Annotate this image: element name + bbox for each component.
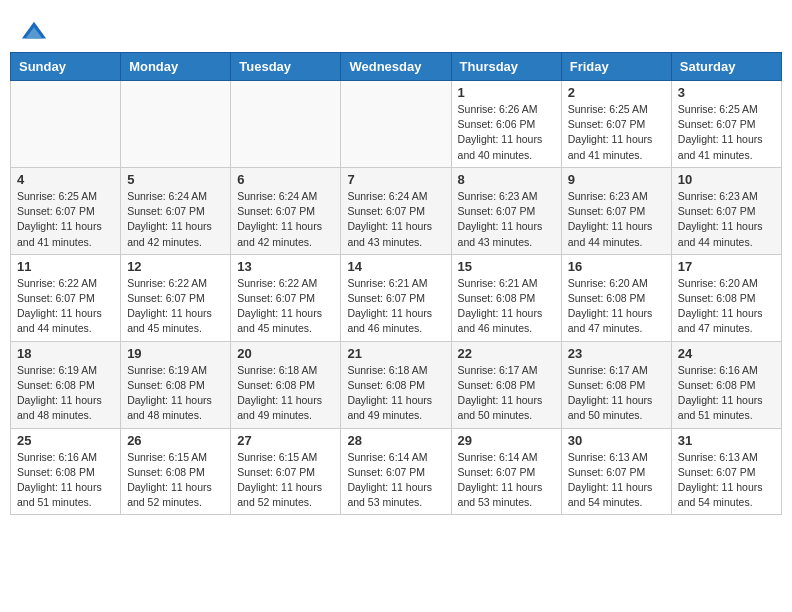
day-number: 7	[347, 172, 444, 187]
day-number: 20	[237, 346, 334, 361]
day-number: 28	[347, 433, 444, 448]
calendar-cell	[11, 81, 121, 168]
day-number: 6	[237, 172, 334, 187]
day-number: 15	[458, 259, 555, 274]
day-detail: Sunrise: 6:18 AMSunset: 6:08 PMDaylight:…	[237, 363, 334, 424]
day-detail: Sunrise: 6:24 AMSunset: 6:07 PMDaylight:…	[127, 189, 224, 250]
calendar-cell: 24Sunrise: 6:16 AMSunset: 6:08 PMDayligh…	[671, 341, 781, 428]
calendar-week-row: 4Sunrise: 6:25 AMSunset: 6:07 PMDaylight…	[11, 167, 782, 254]
calendar-week-row: 18Sunrise: 6:19 AMSunset: 6:08 PMDayligh…	[11, 341, 782, 428]
day-detail: Sunrise: 6:20 AMSunset: 6:08 PMDaylight:…	[678, 276, 775, 337]
calendar-cell: 18Sunrise: 6:19 AMSunset: 6:08 PMDayligh…	[11, 341, 121, 428]
calendar-cell: 26Sunrise: 6:15 AMSunset: 6:08 PMDayligh…	[121, 428, 231, 515]
weekday-header-sunday: Sunday	[11, 53, 121, 81]
day-detail: Sunrise: 6:22 AMSunset: 6:07 PMDaylight:…	[237, 276, 334, 337]
calendar-cell: 2Sunrise: 6:25 AMSunset: 6:07 PMDaylight…	[561, 81, 671, 168]
calendar-cell: 17Sunrise: 6:20 AMSunset: 6:08 PMDayligh…	[671, 254, 781, 341]
calendar-cell	[341, 81, 451, 168]
calendar-cell: 28Sunrise: 6:14 AMSunset: 6:07 PMDayligh…	[341, 428, 451, 515]
day-detail: Sunrise: 6:17 AMSunset: 6:08 PMDaylight:…	[568, 363, 665, 424]
day-number: 25	[17, 433, 114, 448]
day-number: 16	[568, 259, 665, 274]
day-detail: Sunrise: 6:14 AMSunset: 6:07 PMDaylight:…	[458, 450, 555, 511]
day-detail: Sunrise: 6:25 AMSunset: 6:07 PMDaylight:…	[678, 102, 775, 163]
calendar-cell: 12Sunrise: 6:22 AMSunset: 6:07 PMDayligh…	[121, 254, 231, 341]
weekday-header-monday: Monday	[121, 53, 231, 81]
calendar-cell	[231, 81, 341, 168]
day-number: 22	[458, 346, 555, 361]
weekday-header-tuesday: Tuesday	[231, 53, 341, 81]
day-detail: Sunrise: 6:24 AMSunset: 6:07 PMDaylight:…	[237, 189, 334, 250]
day-detail: Sunrise: 6:17 AMSunset: 6:08 PMDaylight:…	[458, 363, 555, 424]
day-detail: Sunrise: 6:19 AMSunset: 6:08 PMDaylight:…	[127, 363, 224, 424]
day-number: 29	[458, 433, 555, 448]
day-number: 3	[678, 85, 775, 100]
day-number: 19	[127, 346, 224, 361]
logo	[20, 18, 52, 46]
calendar-cell: 4Sunrise: 6:25 AMSunset: 6:07 PMDaylight…	[11, 167, 121, 254]
weekday-header-wednesday: Wednesday	[341, 53, 451, 81]
day-number: 17	[678, 259, 775, 274]
day-detail: Sunrise: 6:18 AMSunset: 6:08 PMDaylight:…	[347, 363, 444, 424]
day-detail: Sunrise: 6:15 AMSunset: 6:08 PMDaylight:…	[127, 450, 224, 511]
calendar-cell: 25Sunrise: 6:16 AMSunset: 6:08 PMDayligh…	[11, 428, 121, 515]
day-detail: Sunrise: 6:16 AMSunset: 6:08 PMDaylight:…	[17, 450, 114, 511]
day-number: 2	[568, 85, 665, 100]
calendar-cell: 21Sunrise: 6:18 AMSunset: 6:08 PMDayligh…	[341, 341, 451, 428]
day-detail: Sunrise: 6:26 AMSunset: 6:06 PMDaylight:…	[458, 102, 555, 163]
calendar-cell: 10Sunrise: 6:23 AMSunset: 6:07 PMDayligh…	[671, 167, 781, 254]
day-detail: Sunrise: 6:24 AMSunset: 6:07 PMDaylight:…	[347, 189, 444, 250]
page-header	[10, 10, 782, 52]
weekday-header-thursday: Thursday	[451, 53, 561, 81]
calendar-cell: 8Sunrise: 6:23 AMSunset: 6:07 PMDaylight…	[451, 167, 561, 254]
day-number: 27	[237, 433, 334, 448]
day-number: 8	[458, 172, 555, 187]
day-number: 26	[127, 433, 224, 448]
day-number: 10	[678, 172, 775, 187]
calendar-week-row: 11Sunrise: 6:22 AMSunset: 6:07 PMDayligh…	[11, 254, 782, 341]
calendar-cell: 29Sunrise: 6:14 AMSunset: 6:07 PMDayligh…	[451, 428, 561, 515]
day-detail: Sunrise: 6:21 AMSunset: 6:08 PMDaylight:…	[458, 276, 555, 337]
day-number: 21	[347, 346, 444, 361]
day-detail: Sunrise: 6:13 AMSunset: 6:07 PMDaylight:…	[568, 450, 665, 511]
calendar-cell: 1Sunrise: 6:26 AMSunset: 6:06 PMDaylight…	[451, 81, 561, 168]
day-detail: Sunrise: 6:25 AMSunset: 6:07 PMDaylight:…	[17, 189, 114, 250]
day-detail: Sunrise: 6:15 AMSunset: 6:07 PMDaylight:…	[237, 450, 334, 511]
day-detail: Sunrise: 6:20 AMSunset: 6:08 PMDaylight:…	[568, 276, 665, 337]
calendar-cell	[121, 81, 231, 168]
calendar-cell: 23Sunrise: 6:17 AMSunset: 6:08 PMDayligh…	[561, 341, 671, 428]
day-detail: Sunrise: 6:23 AMSunset: 6:07 PMDaylight:…	[678, 189, 775, 250]
day-detail: Sunrise: 6:13 AMSunset: 6:07 PMDaylight:…	[678, 450, 775, 511]
day-number: 11	[17, 259, 114, 274]
calendar-cell: 31Sunrise: 6:13 AMSunset: 6:07 PMDayligh…	[671, 428, 781, 515]
day-number: 4	[17, 172, 114, 187]
day-detail: Sunrise: 6:22 AMSunset: 6:07 PMDaylight:…	[17, 276, 114, 337]
calendar-week-row: 25Sunrise: 6:16 AMSunset: 6:08 PMDayligh…	[11, 428, 782, 515]
calendar-table: SundayMondayTuesdayWednesdayThursdayFrid…	[10, 52, 782, 515]
calendar-cell: 3Sunrise: 6:25 AMSunset: 6:07 PMDaylight…	[671, 81, 781, 168]
day-number: 31	[678, 433, 775, 448]
day-detail: Sunrise: 6:19 AMSunset: 6:08 PMDaylight:…	[17, 363, 114, 424]
day-number: 23	[568, 346, 665, 361]
calendar-cell: 22Sunrise: 6:17 AMSunset: 6:08 PMDayligh…	[451, 341, 561, 428]
day-number: 1	[458, 85, 555, 100]
logo-icon	[20, 18, 48, 46]
day-detail: Sunrise: 6:14 AMSunset: 6:07 PMDaylight:…	[347, 450, 444, 511]
day-number: 14	[347, 259, 444, 274]
day-detail: Sunrise: 6:23 AMSunset: 6:07 PMDaylight:…	[458, 189, 555, 250]
weekday-header-friday: Friday	[561, 53, 671, 81]
day-detail: Sunrise: 6:22 AMSunset: 6:07 PMDaylight:…	[127, 276, 224, 337]
calendar-cell: 14Sunrise: 6:21 AMSunset: 6:07 PMDayligh…	[341, 254, 451, 341]
calendar-cell: 6Sunrise: 6:24 AMSunset: 6:07 PMDaylight…	[231, 167, 341, 254]
day-number: 12	[127, 259, 224, 274]
day-number: 18	[17, 346, 114, 361]
day-detail: Sunrise: 6:16 AMSunset: 6:08 PMDaylight:…	[678, 363, 775, 424]
weekday-header-saturday: Saturday	[671, 53, 781, 81]
calendar-cell: 15Sunrise: 6:21 AMSunset: 6:08 PMDayligh…	[451, 254, 561, 341]
calendar-cell: 30Sunrise: 6:13 AMSunset: 6:07 PMDayligh…	[561, 428, 671, 515]
weekday-header-row: SundayMondayTuesdayWednesdayThursdayFrid…	[11, 53, 782, 81]
day-detail: Sunrise: 6:21 AMSunset: 6:07 PMDaylight:…	[347, 276, 444, 337]
calendar-cell: 20Sunrise: 6:18 AMSunset: 6:08 PMDayligh…	[231, 341, 341, 428]
day-detail: Sunrise: 6:25 AMSunset: 6:07 PMDaylight:…	[568, 102, 665, 163]
calendar-cell: 7Sunrise: 6:24 AMSunset: 6:07 PMDaylight…	[341, 167, 451, 254]
